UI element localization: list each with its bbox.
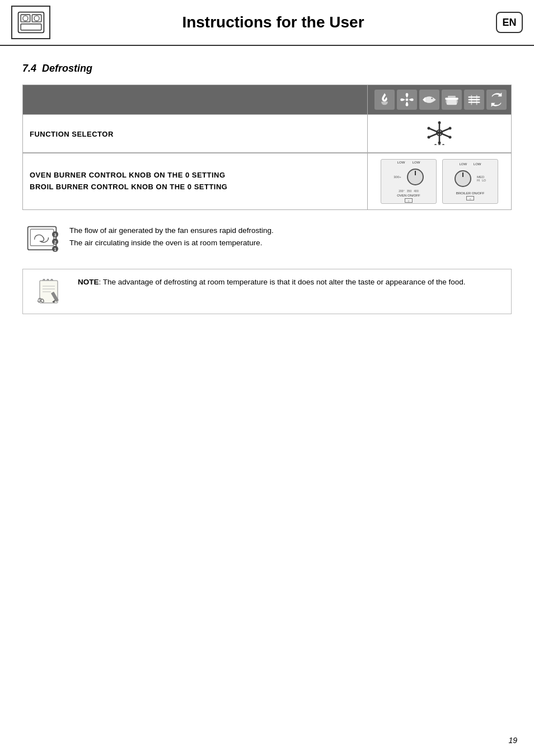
svg-rect-9 <box>445 98 458 100</box>
language-badge: EN <box>496 12 523 33</box>
fan-mode-icon <box>397 90 417 110</box>
svg-point-23 <box>428 127 430 130</box>
note-icon-container <box>31 276 70 307</box>
svg-point-25 <box>428 136 430 139</box>
note-icon <box>35 276 66 307</box>
svg-point-4 <box>22 16 27 21</box>
svg-text:1: 1 <box>54 247 56 252</box>
note-label: NOTE: The advantage of defrosting at roo… <box>78 278 465 286</box>
svg-rect-14 <box>469 99 480 100</box>
svg-point-31 <box>442 144 444 145</box>
knob-text-cell: OVEN BURNER CONTROL KNOB ON THE 0 SETTIN… <box>23 153 368 210</box>
svg-rect-11 <box>446 100 447 103</box>
svg-point-29 <box>434 144 437 145</box>
flame-mode-icon <box>374 90 395 110</box>
mode-icons-row <box>374 90 507 110</box>
svg-rect-0 <box>18 12 44 33</box>
svg-rect-13 <box>469 96 480 97</box>
svg-text:3: 3 <box>54 232 56 237</box>
brand-logo <box>11 6 50 39</box>
svg-rect-32 <box>28 226 57 250</box>
grill-mode-icon <box>464 90 484 110</box>
svg-rect-33 <box>30 229 54 246</box>
oven-knob <box>407 169 424 185</box>
svg-rect-3 <box>21 24 41 30</box>
svg-rect-10 <box>448 96 456 98</box>
section-title: 7.4 Defrosting <box>22 63 512 74</box>
knob-instructions: OVEN BURNER CONTROL KNOB ON THE 0 SETTIN… <box>30 170 360 193</box>
broil-knob <box>455 170 471 187</box>
svg-point-21 <box>438 122 441 124</box>
settings-table: FUNCTION SELECTOR <box>22 85 512 210</box>
airflow-diagram-icon: 3 2 1 <box>25 224 59 258</box>
fish-mode-icon <box>419 90 439 110</box>
casserole-mode-icon <box>442 90 462 110</box>
svg-point-28 <box>439 132 441 134</box>
svg-point-30 <box>438 144 441 145</box>
function-selector-icon-cell <box>368 115 512 153</box>
logo-icon <box>16 8 46 36</box>
svg-rect-15 <box>469 102 480 103</box>
page-title: Instructions for the User <box>50 13 496 31</box>
airflow-info-box: 3 2 1 The flow of air generated by the f… <box>22 222 512 259</box>
page-content: 7.4 Defrosting <box>0 46 534 335</box>
function-selector-label-cell: FUNCTION SELECTOR <box>23 115 368 153</box>
svg-point-26 <box>449 136 452 139</box>
header-left-cell <box>23 85 368 115</box>
knob-diagrams: LOW LOW 300+ 200° 350 400 OVEN ON/OFF ↑ … <box>374 159 504 204</box>
note-box: NOTE: The advantage of defrosting at roo… <box>22 269 512 314</box>
svg-point-24 <box>449 127 452 130</box>
function-selector-row: FUNCTION SELECTOR <box>23 115 512 153</box>
svg-point-7 <box>432 98 433 99</box>
header-icons-cell <box>368 85 512 115</box>
defrost-mode-icon <box>486 90 507 110</box>
svg-point-6 <box>406 99 409 101</box>
table-header-row <box>23 85 512 115</box>
selector-icon <box>425 120 453 145</box>
svg-text:2: 2 <box>54 240 56 245</box>
page-number: 19 <box>508 736 517 745</box>
oven-knob-panel: LOW LOW 300+ 200° 350 400 OVEN ON/OFF ↑ <box>381 159 437 204</box>
knob-diagram-cell: LOW LOW 300+ 200° 350 400 OVEN ON/OFF ↑ … <box>368 153 512 210</box>
page-header: Instructions for the User EN <box>0 0 534 46</box>
broil-knob-panel: LOW LOW MED HI LO BROILER ON/OFF ↑ <box>442 159 498 204</box>
note-text: NOTE: The advantage of defrosting at roo… <box>78 276 503 288</box>
svg-point-5 <box>34 16 39 21</box>
airflow-icon-container: 3 2 1 <box>22 222 62 259</box>
svg-point-22 <box>438 142 441 144</box>
svg-rect-12 <box>456 100 457 103</box>
airflow-description: The flow of air generated by the fan ens… <box>69 222 512 249</box>
knob-settings-row: OVEN BURNER CONTROL KNOB ON THE 0 SETTIN… <box>23 153 512 210</box>
